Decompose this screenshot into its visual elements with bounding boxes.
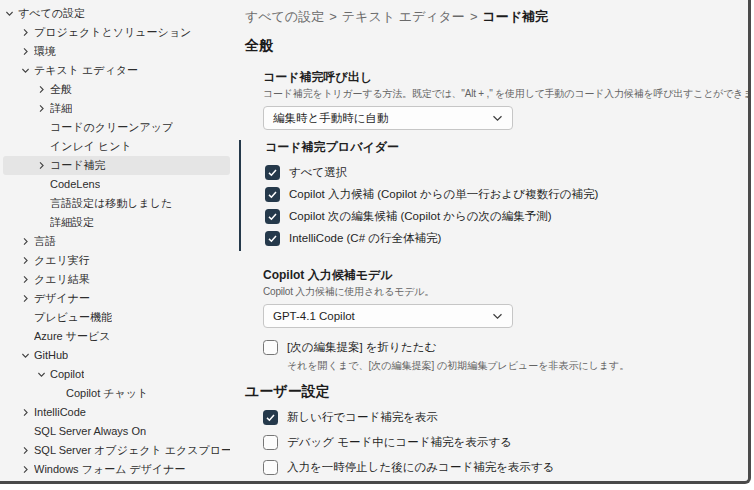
sidebar-item[interactable]: プレビュー機能 <box>3 308 230 327</box>
sidebar-item-label: 詳細設定 <box>50 213 94 232</box>
checkbox-label: 新しい行でコード補完を表示 <box>287 410 438 425</box>
checkbox-row: Copilot 次の編集候補 (Copilot からの次の編集予測) <box>265 205 749 227</box>
sidebar-item-label: プレビュー機能 <box>34 308 112 327</box>
setting-model: Copilot 入力候補モデル Copilot 入力候補に使用されるモデル。 G… <box>263 268 749 328</box>
chevron-down-icon <box>21 66 34 75</box>
sidebar-item-label: クエリ結果 <box>34 270 90 289</box>
settings-main-panel: すべての設定>テキスト エディター>コード補完 全般 コード補完呼び出し コード… <box>244 0 749 481</box>
sidebar-item[interactable]: Windows フォーム デザイナー <box>3 460 230 479</box>
sidebar-item[interactable]: 詳細 <box>3 99 230 118</box>
checkbox[interactable] <box>265 231 280 246</box>
setting-invocation-label: コード補完呼び出し <box>263 70 749 85</box>
model-dropdown[interactable]: GPT-4.1 Copilot <box>263 304 513 328</box>
sidebar-item[interactable]: 詳細設定 <box>3 213 230 232</box>
sidebar-item[interactable]: Copilot チャット <box>3 384 230 403</box>
sidebar-item[interactable]: クエリ実行 <box>3 251 230 270</box>
sidebar-item[interactable]: 全般 <box>3 80 230 99</box>
checkbox-row: IntelliCode (C# の行全体補完) <box>265 227 749 249</box>
sidebar-item-label: 環境 <box>34 42 56 61</box>
checkbox-row: Copilot 入力候補 (Copilot からの単一行および複数行の補完) <box>265 183 749 205</box>
provider-group-label: コード補完プロバイダー <box>265 140 749 155</box>
sidebar-item[interactable]: CodeLens <box>3 175 230 194</box>
sidebar-item-label: 言語設定は移動しました <box>50 194 172 213</box>
breadcrumb-separator: > <box>470 9 478 24</box>
sidebar-item-label: Windows フォーム デザイナー <box>34 460 186 479</box>
checkbox[interactable] <box>263 460 278 475</box>
checkbox-label: 入力を一時停止した後にのみコード補完を表示する <box>287 460 554 475</box>
collapse-suggestion-checkbox[interactable] <box>263 340 278 355</box>
sidebar-item-label: SQL Server Always On <box>34 422 146 441</box>
sidebar-item-label: 詳細 <box>50 99 72 118</box>
chevron-right-icon <box>21 28 34 37</box>
sidebar-item[interactable]: SQL Server オブジェクト エクスプローラー <box>3 441 230 460</box>
breadcrumb-separator: > <box>329 9 337 24</box>
sidebar-item[interactable]: Azure サービス <box>3 327 230 346</box>
sidebar-item[interactable]: クエリ結果 <box>3 270 230 289</box>
checkbox[interactable] <box>265 187 280 202</box>
sidebar-item[interactable]: すべての設定 <box>3 4 230 23</box>
sidebar-item-label: コードのクリーンアップ <box>50 118 173 137</box>
chevron-right-icon <box>21 256 34 265</box>
sidebar-item[interactable]: プロジェクトとソリューション <box>3 23 230 42</box>
breadcrumb-item-all-settings[interactable]: すべての設定 <box>245 9 324 24</box>
chevron-down-icon <box>492 310 503 322</box>
setting-invocation: コード補完呼び出し コード補完をトリガーする方法。既定では、"Alt + ," … <box>263 70 749 130</box>
collapse-suggestion-label: [次の編集提案] を折りたたむ <box>287 340 436 355</box>
checkmark-icon <box>267 189 278 200</box>
checkbox[interactable] <box>263 410 278 425</box>
sidebar-item-label: Azure サービス <box>34 327 111 346</box>
checkbox-row: デバッグ モード中にコード補完を表示する <box>263 435 749 450</box>
sidebar-item[interactable]: 環境 <box>3 42 230 61</box>
checkbox-label: IntelliCode (C# の行全体補完) <box>289 231 441 246</box>
sidebar-item[interactable]: デザイナー <box>3 289 230 308</box>
chevron-right-icon <box>21 294 34 303</box>
checkbox[interactable] <box>263 435 278 450</box>
chevron-down-icon <box>492 112 503 124</box>
collapse-suggestion-row: [次の編集提案] を折りたたむ <box>263 339 749 355</box>
sidebar-item-label: プロジェクトとソリューション <box>34 23 191 42</box>
sidebar-item-label: インレイ ヒント <box>50 137 132 156</box>
checkbox-row: 新しい行でコード補完を表示 <box>263 410 749 425</box>
chevron-down-icon <box>21 351 34 360</box>
chevron-right-icon <box>21 465 34 474</box>
setting-model-label: Copilot 入力候補モデル <box>263 268 749 283</box>
checkbox-label: すべて選択 <box>289 165 347 180</box>
chevron-down-icon <box>37 370 50 379</box>
sidebar-item[interactable]: IntelliCode <box>3 403 230 422</box>
section-heading-user-settings: ユーザー設定 <box>245 383 749 401</box>
chevron-right-icon <box>37 85 50 94</box>
checkbox[interactable] <box>265 209 280 224</box>
sidebar-item-label: GitHub <box>34 346 68 365</box>
sidebar-item-label: 言語 <box>34 232 56 251</box>
chevron-right-icon <box>21 47 34 56</box>
checkbox-row: すべて選択 <box>265 161 749 183</box>
settings-window: すべての設定 プロジェクトとソリューション 環境 テキスト エディター 全般 詳… <box>0 0 751 484</box>
sidebar-item[interactable]: Copilot <box>3 365 230 384</box>
sidebar-item-label: CodeLens <box>50 175 100 194</box>
sidebar-item[interactable]: SQL Server Always On <box>3 422 230 441</box>
sidebar-item[interactable]: 言語 <box>3 232 230 251</box>
breadcrumb: すべての設定>テキスト エディター>コード補完 <box>245 8 749 25</box>
chevron-right-icon <box>21 275 34 284</box>
invocation-dropdown[interactable]: 編集時と手動時に自動 <box>263 106 513 130</box>
chevron-right-icon <box>37 104 50 113</box>
sidebar-item[interactable]: テキスト エディター <box>3 61 230 80</box>
sidebar-item[interactable]: コード補完 <box>3 156 230 175</box>
sidebar-item[interactable]: コードのクリーンアップ <box>3 118 230 137</box>
sidebar-item[interactable]: 言語設定は移動しました <box>3 194 230 213</box>
chevron-right-icon <box>21 237 34 246</box>
sidebar-item[interactable]: GitHub <box>3 346 230 365</box>
chevron-right-icon <box>37 161 50 170</box>
sidebar-item-label: テキスト エディター <box>34 61 138 80</box>
checkbox-label: Copilot 次の編集候補 (Copilot からの次の編集予測) <box>289 209 552 224</box>
breadcrumb-item-text-editor[interactable]: テキスト エディター <box>342 9 465 24</box>
checkbox[interactable] <box>265 165 280 180</box>
checkbox-label: デバッグ モード中にコード補完を表示する <box>287 435 512 450</box>
provider-group: コード補完プロバイダー すべて選択 Copilot 入力候補 (Copilot … <box>246 140 749 251</box>
collapse-suggestion-description: それを開くまで、[次の編集提案] の初期編集プレビューを非表示にします。 <box>287 359 749 373</box>
breadcrumb-current-code-completion: コード補完 <box>482 9 548 24</box>
checkbox-row: 入力を一時停止した後にのみコード補完を表示する <box>263 460 749 475</box>
user-settings-checkbox-list: 新しい行でコード補完を表示 デバッグ モード中にコード補完を表示する 入力を一時… <box>263 410 749 475</box>
sidebar-item[interactable]: インレイ ヒント <box>3 137 230 156</box>
sidebar-item-label: すべての設定 <box>18 4 85 23</box>
